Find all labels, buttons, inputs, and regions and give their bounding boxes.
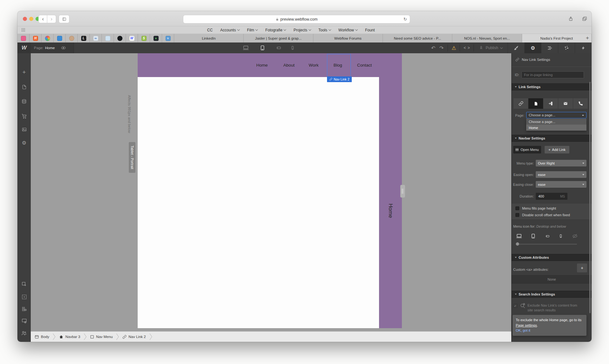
page-selector[interactable]: Page: Home [31, 42, 74, 53]
minimize-button[interactable] [29, 17, 33, 21]
breadcrumb-body[interactable]: Body [35, 335, 49, 339]
slider-track[interactable] [517, 244, 577, 244]
menu-item-workflow[interactable]: Workflow [338, 28, 357, 32]
menu-icon-tablet-button[interactable] [531, 233, 536, 240]
tab-nadias-first-project[interactable]: Nadia's First Project [522, 34, 592, 42]
link-type-section-button[interactable] [543, 98, 558, 109]
menu-item-film[interactable]: Film [247, 28, 258, 32]
tab-linkedin[interactable]: LinkedIn [174, 34, 244, 42]
pinned-tab[interactable]: H [29, 34, 42, 42]
pinned-tab[interactable] [66, 34, 78, 42]
pinned-tab[interactable]: W [126, 34, 138, 42]
settings-panel-tab[interactable]: ⚙ [524, 42, 541, 53]
link-type-phone-button[interactable] [573, 98, 588, 109]
menu-item-tools[interactable]: Tools [318, 28, 331, 32]
link-type-page-button[interactable] [528, 98, 543, 109]
menu-icon-phone-portrait-button[interactable] [559, 233, 563, 240]
share-button[interactable] [566, 15, 576, 23]
warning-button[interactable]: ⚠ [449, 42, 459, 53]
edit-mode-button[interactable] [17, 280, 31, 288]
pinned-tab[interactable]: ● [150, 34, 162, 42]
tab-seo-advice[interactable]: Need some SEO advice - P... [383, 34, 452, 42]
add-link-button[interactable]: +Add Link [545, 146, 569, 153]
redo-button[interactable]: ↷ [437, 42, 446, 53]
pinned-tab[interactable] [42, 34, 54, 42]
dropdown-option-choose[interactable]: Choose a page... [526, 119, 586, 125]
menu-icon-desktop-button[interactable] [515, 233, 523, 239]
device-phone-landscape-button[interactable] [273, 42, 285, 53]
pinned-tab[interactable] [17, 34, 29, 42]
menu-item-accounts[interactable]: Accounts [220, 28, 239, 32]
device-desktop-button[interactable] [239, 42, 252, 53]
search-index-settings-header[interactable]: Search Index Settings [512, 291, 592, 298]
new-tab-button[interactable]: + [586, 35, 589, 41]
nav-link-about[interactable]: About [283, 53, 294, 77]
guides-button[interactable] [17, 305, 31, 313]
slider-knob[interactable] [516, 242, 519, 246]
menu-item-fount[interactable]: Fount [365, 28, 375, 32]
page-dropdown[interactable]: Choose a page... [526, 112, 586, 118]
tab-overview-button[interactable] [580, 15, 590, 23]
menu-item-projects[interactable]: Projects [293, 28, 311, 32]
menu-nav-link-home[interactable]: Home [379, 190, 402, 231]
link-type-email-button[interactable] [558, 98, 573, 109]
pinned-tab[interactable] [54, 34, 66, 42]
help-button[interactable]: ? [17, 341, 31, 342]
pinned-tab[interactable]: L [78, 34, 90, 42]
cms-button[interactable] [17, 98, 31, 105]
sidebar-toggle-button[interactable] [59, 15, 69, 23]
exclude-search-checkbox[interactable]: ✓ [513, 304, 517, 308]
menu-fills-checkbox[interactable] [515, 206, 519, 210]
reload-icon[interactable]: ↻ [403, 17, 407, 22]
forward-button[interactable]: › [47, 15, 56, 23]
navbar-settings-header[interactable]: Navbar Settings [512, 135, 592, 142]
menu-icon-phone-landscape-button[interactable] [545, 234, 551, 239]
breadcrumb-nav-link-2[interactable]: Nav Link 2 [122, 335, 146, 339]
tab-nos[interactable]: NOS.nl - Nieuws, Sport en... [452, 34, 522, 42]
disable-scroll-checkbox[interactable] [515, 213, 519, 217]
xray-mode-button[interactable] [17, 293, 31, 301]
duration-input[interactable]: 400 MS [536, 193, 567, 200]
pinned-tab[interactable] [114, 34, 126, 42]
publish-button[interactable]: Publish [475, 42, 506, 53]
add-attribute-button[interactable]: + [577, 263, 587, 272]
project-settings-button[interactable]: ⚙ [17, 139, 31, 146]
page-settings-link[interactable]: Page settings [516, 323, 537, 327]
navbar-element[interactable]: Home About Work Blog Contact [138, 53, 402, 77]
pinned-tab[interactable]: S [138, 34, 150, 42]
link-type-url-button[interactable] [514, 98, 528, 109]
address-bar[interactable]: preview.webflow.com ↻ [183, 15, 410, 23]
panel-scrollbar[interactable] [589, 82, 591, 313]
hidden-elements-button[interactable] [17, 317, 31, 325]
link-settings-header[interactable]: Link Settings [512, 83, 592, 90]
page-body[interactable] [138, 77, 379, 328]
style-manager-panel-tab[interactable] [541, 42, 558, 53]
preview-eye-icon[interactable] [61, 45, 66, 50]
breadcrumb-navbar-3[interactable]: Navbar 3 [59, 335, 80, 339]
pinned-tab[interactable] [102, 34, 114, 42]
pages-button[interactable] [17, 83, 31, 91]
settings-lightning-tab[interactable] [575, 42, 592, 53]
custom-attributes-header[interactable]: Custom Attributes [512, 254, 592, 261]
back-button[interactable]: ‹ [38, 15, 48, 23]
webflow-logo[interactable]: W [17, 42, 31, 53]
menu-type-dropdown[interactable]: Over Right [536, 160, 586, 166]
undo-button[interactable]: ↶ [429, 42, 437, 53]
assets-button[interactable] [17, 126, 31, 133]
tab-jaider[interactable]: Jaider | Super goed & grap... [244, 34, 313, 42]
favorites-grid-icon[interactable] [21, 28, 25, 32]
device-tablet-button[interactable] [257, 42, 268, 53]
tooltip-dismiss-link[interactable]: OK, got it [516, 328, 530, 332]
breadcrumb-nav-menu[interactable]: Nav Menu [90, 335, 113, 339]
pinned-tab[interactable]: ≈ [162, 34, 174, 42]
canvas-resize-handle[interactable] [400, 185, 405, 198]
close-button[interactable] [23, 17, 27, 21]
device-phone-portrait-button[interactable] [288, 42, 297, 53]
open-menu-button[interactable]: Open Menu [513, 146, 541, 153]
easing-close-dropdown[interactable]: ease [536, 181, 586, 188]
interactions-panel-tab[interactable] [558, 42, 575, 53]
tab-webflow-forums[interactable]: Webflow Forums [313, 34, 383, 42]
menu-item-fotografie[interactable]: Fotografie [265, 28, 286, 32]
nav-link-home[interactable]: Home [256, 53, 268, 77]
easing-open-dropdown[interactable]: ease [536, 171, 586, 178]
